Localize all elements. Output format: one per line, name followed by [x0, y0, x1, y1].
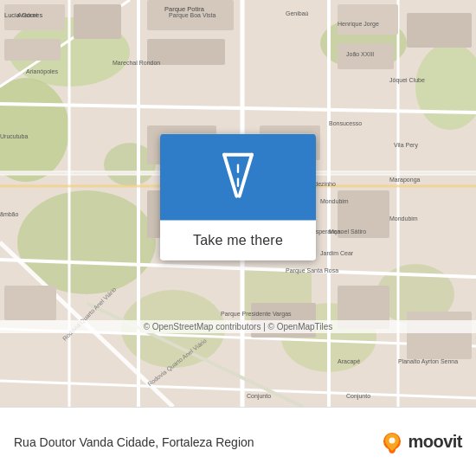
svg-text:Lucia Gomes: Lucia Gomes — [4, 11, 42, 19]
location-text: Rua Doutor Vanda Cidade, Fortaleza Regio… — [14, 435, 380, 449]
svg-text:Bonsucesso: Bonsucesso — [329, 120, 362, 126]
card-image — [160, 134, 316, 221]
svg-text:Planalto Ayrton Senna: Planalto Ayrton Senna — [398, 358, 458, 365]
svg-line-75 — [240, 155, 252, 196]
svg-text:Genibaú: Genibaú — [286, 10, 309, 16]
svg-text:Arianópoles: Arianópoles — [26, 68, 58, 75]
svg-text:Urucutuba: Urucutuba — [0, 133, 28, 139]
svg-text:Aracapé: Aracapé — [338, 358, 360, 365]
svg-text:Parque Potira: Parque Potira — [164, 5, 205, 13]
moovit-icon — [380, 430, 404, 454]
svg-text:Jóquei Clube: Jóquei Clube — [389, 77, 425, 84]
svg-text:João XXIII: João XXIII — [346, 51, 374, 57]
svg-text:Henrique Jorge: Henrique Jorge — [338, 21, 379, 28]
svg-text:Mondubim: Mondubim — [389, 215, 418, 222]
svg-rect-28 — [74, 4, 121, 39]
svg-text:Conjunto: Conjunto — [247, 393, 271, 400]
svg-text:Parque Santa Rosa: Parque Santa Rosa — [286, 267, 338, 274]
svg-rect-33 — [407, 13, 472, 48]
svg-rect-27 — [4, 39, 61, 61]
map-attribution: © OpenStreetMap contributors | © OpenMap… — [0, 320, 476, 333]
svg-rect-39 — [4, 286, 56, 320]
bottom-bar: Rua Doutor Vanda Cidade, Fortaleza Regio… — [0, 407, 476, 476]
svg-text:Jardim Cear: Jardim Cear — [320, 250, 354, 256]
location-info: Rua Doutor Vanda Cidade, Fortaleza Regio… — [14, 435, 380, 449]
svg-rect-42 — [407, 312, 472, 359]
svg-line-74 — [224, 155, 236, 196]
svg-text:Manoel Sátiro: Manoel Sátiro — [329, 228, 366, 235]
moovit-logo: moovit — [380, 430, 462, 454]
svg-text:Conjunto: Conjunto — [346, 393, 370, 400]
svg-text:Mondubim: Mondubim — [320, 198, 349, 204]
take-me-there-button[interactable]: Take me there — [160, 221, 316, 261]
svg-text:Vila Pery: Vila Pery — [394, 142, 418, 149]
location-card: Take me there — [160, 134, 316, 261]
svg-text:Maraponga: Maraponga — [389, 177, 421, 183]
map: Araturi Arianópoles Marechal Rondon Parq… — [0, 0, 476, 407]
moovit-text: moovit — [408, 432, 462, 452]
svg-text:Parque Presidente Vargas: Parque Presidente Vargas — [221, 311, 292, 318]
svg-text:ãmbão: ãmbão — [0, 211, 19, 217]
svg-text:Parque Boa Vista: Parque Boa Vista — [169, 12, 215, 19]
svg-rect-31 — [338, 4, 398, 35]
svg-point-82 — [389, 437, 396, 443]
svg-text:Marechal Rondon: Marechal Rondon — [113, 60, 160, 66]
road-icon — [210, 148, 266, 207]
